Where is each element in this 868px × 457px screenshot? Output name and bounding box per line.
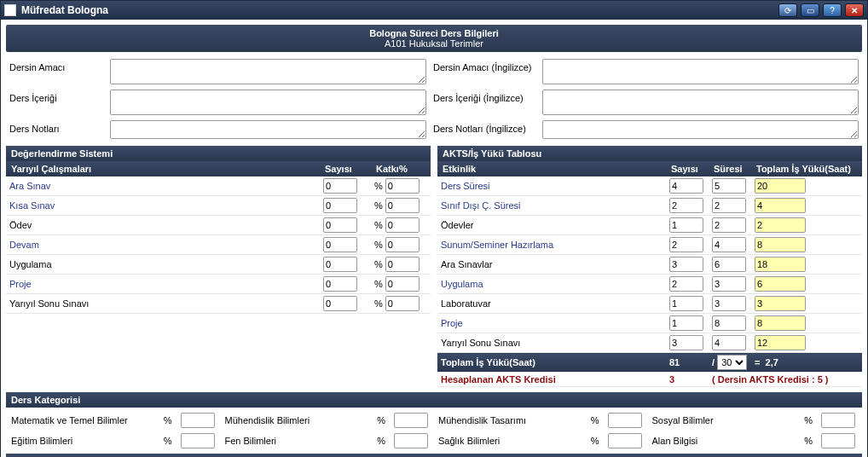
- category-input[interactable]: [394, 433, 428, 448]
- eval-row: Yarıyıl Sonu Sınavı%: [6, 294, 431, 314]
- refresh-button[interactable]: ⟳: [778, 3, 797, 17]
- eval-row-label: Ödev: [9, 220, 32, 230]
- banner-subtitle: A101 Hukuksal Terimler: [6, 38, 862, 49]
- akts-row-count[interactable]: [669, 237, 703, 252]
- window-title: Müfredat Bologna: [21, 4, 108, 16]
- akts-row-total[interactable]: [755, 237, 806, 252]
- titlebar: Müfredat Bologna ⟳ ▭ ? ✕: [1, 1, 867, 20]
- akts-row-count[interactable]: [669, 178, 703, 194]
- akts-row-dur[interactable]: [712, 237, 746, 252]
- pct-prefix: %: [374, 279, 383, 289]
- akts-row-dur[interactable]: [712, 276, 746, 292]
- akts-row-dur[interactable]: [712, 198, 746, 213]
- label-amac: Dersin Amacı: [9, 59, 103, 72]
- eval-row-pct[interactable]: [385, 237, 420, 252]
- eval-row-pct[interactable]: [385, 257, 420, 272]
- pct-prefix: %: [374, 259, 383, 269]
- category-input[interactable]: [608, 433, 642, 448]
- akts-row-total[interactable]: [755, 315, 806, 331]
- akts-row: Laboratuvar: [437, 294, 862, 314]
- minimize-button[interactable]: ▭: [801, 3, 819, 17]
- eval-h-item: Yarıyıl Çalışmaları: [6, 161, 320, 176]
- akts-row-dur[interactable]: [712, 217, 746, 233]
- eval-row-count[interactable]: [323, 257, 357, 272]
- eval-row-count[interactable]: [323, 178, 357, 194]
- akts-row-count[interactable]: [669, 335, 703, 350]
- akts-row-count[interactable]: [669, 315, 703, 331]
- category-input[interactable]: [181, 433, 215, 448]
- akts-row-dur[interactable]: [712, 335, 746, 350]
- category-input[interactable]: [394, 413, 428, 428]
- category-input[interactable]: [181, 413, 215, 428]
- eval-row-label[interactable]: Proje: [9, 279, 32, 289]
- category-label: Sosyal Bilimler: [652, 415, 790, 425]
- category-label: Alan Bilgisi: [652, 436, 790, 446]
- akts-row-count[interactable]: [669, 217, 703, 233]
- akts-row-label[interactable]: Uygulama: [441, 279, 483, 289]
- category-input[interactable]: [821, 413, 855, 428]
- akts-row: Ders Süresi: [437, 176, 862, 196]
- eval-row: Ara Sınav%: [6, 176, 431, 196]
- pct-symbol: %: [584, 415, 599, 425]
- input-not-en[interactable]: [542, 120, 859, 139]
- pct-symbol: %: [157, 436, 172, 446]
- eval-h-count: Sayısı: [320, 161, 371, 176]
- akts-row-label[interactable]: Ders Süresi: [441, 181, 489, 191]
- eval-row-label[interactable]: Devam: [9, 240, 39, 250]
- help-button[interactable]: ?: [823, 3, 842, 17]
- input-not[interactable]: [110, 120, 426, 139]
- close-button[interactable]: ✕: [845, 3, 864, 17]
- eval-row-count[interactable]: [323, 296, 357, 311]
- akts-row-total[interactable]: [755, 217, 806, 233]
- category-input[interactable]: [821, 433, 855, 448]
- akts-divisor-select[interactable]: 30: [717, 355, 747, 370]
- eval-row-label[interactable]: Kısa Sınav: [9, 200, 55, 211]
- akts-row-dur[interactable]: [712, 257, 746, 272]
- pct-prefix: %: [374, 220, 383, 230]
- category-input[interactable]: [608, 413, 642, 428]
- akts-row-total[interactable]: [755, 276, 806, 292]
- eval-row-count[interactable]: [323, 198, 357, 213]
- eval-row-label[interactable]: Ara Sınav: [9, 181, 50, 191]
- akts-slash: /: [712, 357, 715, 367]
- akts-row-total[interactable]: [755, 257, 806, 272]
- eval-row-pct[interactable]: [385, 198, 420, 213]
- input-icerik[interactable]: [110, 90, 426, 115]
- eval-row-count[interactable]: [323, 217, 357, 233]
- akts-row: Ödevler: [437, 216, 862, 235]
- eval-row-pct[interactable]: [385, 217, 420, 233]
- input-icerik-en[interactable]: [542, 90, 859, 115]
- akts-row-label[interactable]: Sınıf Dışı Ç. Süresi: [441, 200, 521, 211]
- akts-row-dur[interactable]: [712, 296, 746, 311]
- akts-row-count[interactable]: [669, 257, 703, 272]
- pct-symbol: %: [584, 436, 599, 446]
- akts-result: 2,7: [766, 357, 778, 367]
- eval-row-pct[interactable]: [385, 296, 420, 311]
- eval-row-count[interactable]: [323, 237, 357, 252]
- akts-row-count[interactable]: [669, 198, 703, 213]
- akts-row-dur[interactable]: [712, 315, 746, 331]
- akts-row-total[interactable]: [755, 335, 806, 350]
- akts-eq: =: [755, 357, 760, 367]
- eval-row-pct[interactable]: [385, 178, 420, 194]
- input-amac-en[interactable]: [542, 59, 859, 84]
- akts-row-count[interactable]: [669, 296, 703, 311]
- window-icon: [4, 4, 16, 16]
- input-amac[interactable]: [110, 59, 426, 84]
- akts-table: Etkinlik Sayısı Süresi Toplam İş Yükü(Sa…: [437, 161, 862, 387]
- pct-prefix: %: [374, 298, 383, 309]
- window: Müfredat Bologna ⟳ ▭ ? ✕ Bologna Süreci …: [0, 0, 868, 457]
- akts-row-total[interactable]: [755, 296, 806, 311]
- akts-row-label[interactable]: Sunum/Seminer Hazırlama: [441, 240, 553, 250]
- akts-row-count[interactable]: [669, 276, 703, 292]
- akts-h-count: Sayısı: [666, 161, 709, 176]
- akts-row-total[interactable]: [755, 198, 806, 213]
- eval-row-count[interactable]: [323, 276, 357, 292]
- akts-row-label: Laboratuvar: [441, 298, 491, 309]
- eval-row: Uygulama%: [6, 255, 431, 275]
- akts-row-dur[interactable]: [712, 178, 746, 194]
- eval-row: Proje%: [6, 275, 431, 294]
- akts-row-total[interactable]: [755, 178, 806, 194]
- akts-row-label[interactable]: Proje: [441, 318, 463, 328]
- eval-row-pct[interactable]: [385, 276, 420, 292]
